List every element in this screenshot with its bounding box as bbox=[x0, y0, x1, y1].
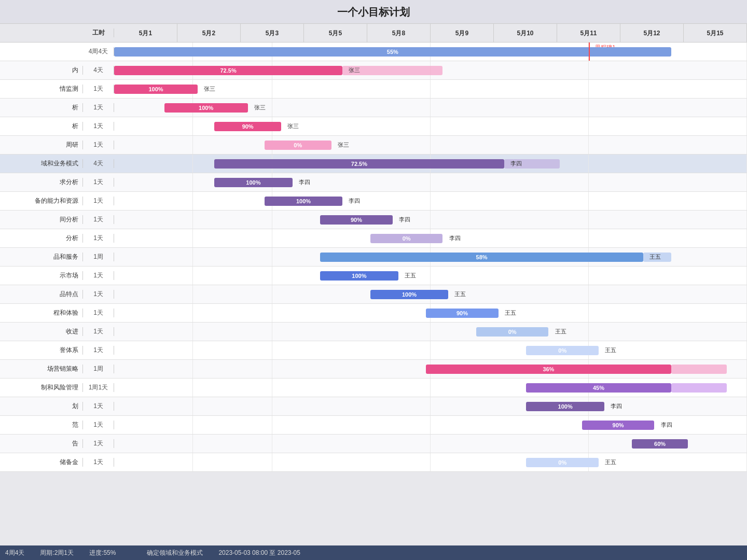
bar-main: 55% bbox=[114, 47, 671, 57]
row-bars: 100%王五 bbox=[114, 285, 747, 303]
row-hours: 1天 bbox=[83, 309, 114, 317]
row-label: 品和服务 bbox=[0, 253, 83, 261]
table-row: 间分析1天90%李四 bbox=[0, 211, 747, 229]
date-header-cell: 5月5 bbox=[304, 24, 367, 43]
bar-person-label: 王五 bbox=[555, 328, 566, 335]
table-row: 划1天100%李四 bbox=[0, 397, 747, 416]
row-hours: 1天 bbox=[83, 215, 114, 224]
row-bars: 0%张三 bbox=[114, 136, 747, 154]
row-hours: 1天 bbox=[83, 234, 114, 243]
bar-main: 100% bbox=[526, 402, 604, 411]
bar-person-label: 张三 bbox=[204, 85, 215, 93]
bar-person-label: 王五 bbox=[405, 272, 416, 279]
row-label: 分析 bbox=[0, 234, 83, 243]
table-row: 程和体验1天90%王五 bbox=[0, 304, 747, 323]
bar-person-label: 李四 bbox=[349, 197, 360, 205]
footer-daterange: 2023-05-03 08:00 至 2023-05 bbox=[218, 549, 300, 557]
table-row: 品特点1天100%王五 bbox=[0, 285, 747, 304]
row-label: 内 bbox=[0, 66, 83, 75]
table-row: 周研1天0%张三 bbox=[0, 136, 747, 155]
date-header-cell: 5月1 bbox=[114, 24, 177, 43]
row-hours: 1天 bbox=[83, 122, 114, 131]
bar-main: 90% bbox=[426, 309, 499, 318]
bar-main: 0% bbox=[265, 141, 331, 150]
row-hours: 1周1天 bbox=[83, 383, 114, 392]
table-row: 场营销策略1周36% bbox=[0, 360, 747, 379]
date-header-cell: 5月9 bbox=[431, 24, 494, 43]
footer-cycle: 周期:2周1天 bbox=[40, 549, 74, 557]
date-header-cell: 5月10 bbox=[494, 24, 557, 43]
row-bars: 72.5%张三 bbox=[114, 61, 747, 79]
bar-main: 58% bbox=[320, 253, 643, 262]
row-label: 收进 bbox=[0, 327, 83, 336]
row-bars: 0%王五 bbox=[114, 323, 747, 341]
bar-person-label: 张三 bbox=[338, 141, 349, 149]
bar-person-label: 李四 bbox=[449, 234, 461, 242]
row-label: 划 bbox=[0, 402, 83, 411]
bar-main: 90% bbox=[582, 421, 655, 430]
bar-main: 100% bbox=[164, 103, 248, 113]
row-bars: 45% bbox=[114, 379, 747, 397]
row-label: 场营销策略 bbox=[0, 365, 83, 373]
row-label: 情监测 bbox=[0, 85, 83, 93]
date-header-cell: 5月12 bbox=[620, 24, 684, 43]
bar-main: 72.5% bbox=[214, 159, 504, 169]
row-bars: 100%张三 bbox=[114, 99, 747, 117]
bar-main: 0% bbox=[476, 327, 549, 337]
dates-header: 5月15月25月35月55月85月95月105月115月125月15 bbox=[114, 24, 747, 43]
bar-main: 100% bbox=[265, 197, 342, 206]
bar-person-label: 王五 bbox=[505, 309, 516, 317]
col-hours-header: 工时 bbox=[83, 29, 114, 37]
page-title: 一个小目标计划 bbox=[0, 0, 747, 24]
bar-person-label: 王五 bbox=[649, 253, 661, 261]
milestone-line bbox=[589, 43, 590, 61]
bar-main: 45% bbox=[526, 383, 671, 393]
row-hours: 1周 bbox=[83, 365, 114, 373]
bar-background bbox=[671, 383, 727, 393]
bar-main: 90% bbox=[320, 215, 393, 225]
row-label: 储备金 bbox=[0, 458, 83, 467]
table-row: 备的能力和资源1天100%李四 bbox=[0, 192, 747, 211]
row-label: 间分析 bbox=[0, 215, 83, 224]
bar-main: 0% bbox=[526, 458, 599, 467]
row-label: 范 bbox=[0, 421, 83, 429]
bar-person-label: 张三 bbox=[287, 122, 299, 130]
bar-main: 60% bbox=[632, 439, 687, 449]
table-row: 示市场1天100%王五 bbox=[0, 267, 747, 285]
table-row: 析1天90%张三 bbox=[0, 117, 747, 136]
row-hours: 1天 bbox=[83, 327, 114, 336]
table-row: 域和业务模式4天72.5%李四 bbox=[0, 155, 747, 173]
row-label: 析 bbox=[0, 122, 83, 131]
row-label: 周研 bbox=[0, 141, 83, 149]
footer-progress: 进度:55% bbox=[89, 549, 116, 557]
row-hours: 1天 bbox=[83, 439, 114, 448]
bar-person-label: 王五 bbox=[605, 346, 616, 354]
bar-person-label: 王五 bbox=[605, 458, 616, 466]
row-label: 域和业务模式 bbox=[0, 159, 83, 168]
row-bars: 0%王五 bbox=[114, 453, 747, 471]
gantt-body[interactable]: 4周4天里程碑155%内4天72.5%张三情监测1天100%张三析1天100%张… bbox=[0, 43, 747, 545]
bar-main: 0% bbox=[370, 234, 443, 243]
footer-task: 确定领域和业务模式 bbox=[147, 549, 203, 557]
row-hours: 1天 bbox=[83, 421, 114, 429]
row-hours: 1天 bbox=[83, 402, 114, 411]
bar-main: 90% bbox=[214, 122, 281, 131]
row-hours: 4天 bbox=[83, 159, 114, 168]
bar-main: 0% bbox=[526, 346, 599, 355]
row-bars: 60% bbox=[114, 435, 747, 453]
row-hours: 1天 bbox=[83, 141, 114, 149]
row-bars: 90%王五 bbox=[114, 304, 747, 322]
row-hours: 1天 bbox=[83, 271, 114, 280]
table-row: 内4天72.5%张三 bbox=[0, 61, 747, 80]
row-bars: 100%李四 bbox=[114, 173, 747, 191]
table-row: 求分析1天100%李四 bbox=[0, 173, 747, 192]
row-bars: 90%李四 bbox=[114, 211, 747, 229]
row-hours: 1天 bbox=[83, 197, 114, 205]
table-row: 誉体系1天0%王五 bbox=[0, 341, 747, 360]
table-row: 析1天100%张三 bbox=[0, 99, 747, 117]
date-header-cell: 5月8 bbox=[367, 24, 431, 43]
date-header-cell: 5月11 bbox=[557, 24, 620, 43]
gantt-container: 工时 5月15月25月35月55月85月95月105月115月125月15 4周… bbox=[0, 24, 747, 545]
table-row: 品和服务1周58%王五 bbox=[0, 248, 747, 267]
row-hours: 1天 bbox=[83, 85, 114, 93]
